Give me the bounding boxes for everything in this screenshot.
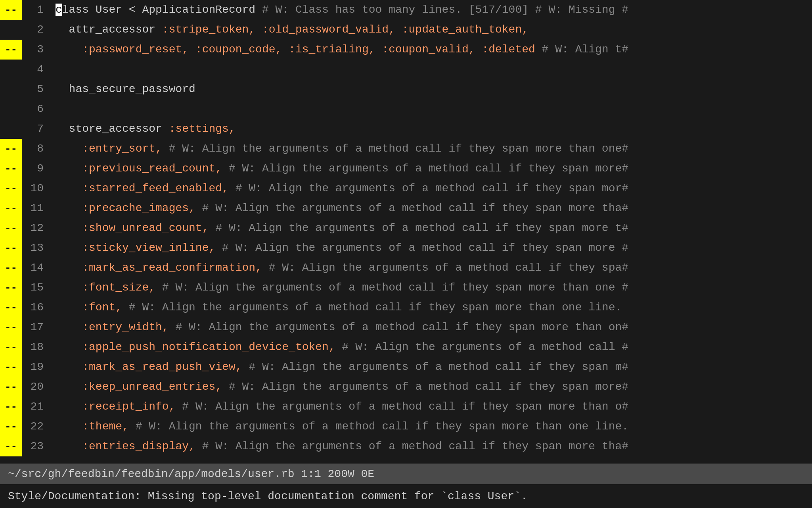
code-line: --9 :previous_read_count, # W: Align the…	[0, 159, 812, 179]
code-token-symbol: :entries_display,	[82, 440, 195, 452]
line-content[interactable]: attr_accessor :stripe_token, :old_passwo…	[52, 20, 812, 40]
code-line: 2 attr_accessor :stripe_token, :old_pass…	[0, 20, 812, 40]
line-content[interactable]: :precache_images, # W: Align the argumen…	[52, 198, 812, 218]
code-token-kw-name	[56, 162, 82, 175]
code-token-symbol: :mark_as_read_push_view,	[82, 361, 242, 373]
line-content[interactable]: :keep_unread_entries, # W: Align the arg…	[52, 377, 812, 397]
gutter-warning: --	[0, 139, 22, 159]
line-content[interactable]: :password_reset, :coupon_code, :is_trial…	[52, 40, 812, 60]
code-token-comment: # W: Align the arguments of a method cal…	[169, 321, 628, 333]
line-content[interactable]: :previous_read_count, # W: Align the arg…	[52, 159, 812, 179]
gutter-warning: --	[0, 258, 22, 278]
line-content[interactable]: :font, # W: Align the arguments of a met…	[52, 298, 812, 318]
gutter-dash: --	[5, 139, 17, 159]
code-line: --22 :theme, # W: Align the arguments of…	[0, 417, 812, 437]
code-token-attr-method: attr_accessor	[56, 23, 162, 36]
code-line: 6	[0, 99, 812, 119]
line-content[interactable]: :mark_as_read_push_view, # W: Align the …	[52, 357, 812, 377]
line-number: 1	[22, 0, 52, 20]
gutter-dash: --	[5, 258, 17, 278]
gutter-dash: --	[5, 357, 17, 377]
gutter-warning: --	[0, 198, 22, 218]
line-number: 20	[22, 377, 52, 397]
line-content[interactable]: :entry_width, # W: Align the arguments o…	[52, 318, 812, 337]
line-content[interactable]: store_accessor :settings,	[52, 119, 812, 139]
line-content[interactable]: :receipt_info, # W: Align the arguments …	[52, 397, 812, 417]
gutter-dash: --	[5, 337, 17, 357]
code-token-comment: # W: Align the arguments of a method cal…	[129, 420, 628, 433]
line-content[interactable]: :sticky_view_inline, # W: Align the argu…	[52, 238, 812, 258]
line-content[interactable]: :apple_push_notification_device_token, #…	[52, 337, 812, 357]
code-token-comment: # W: Align the arguments of a method cal…	[195, 202, 628, 214]
code-token-symbol: :font,	[82, 301, 122, 314]
code-token-comment: # W: Align the arguments of a method cal…	[242, 361, 628, 373]
line-number: 21	[22, 397, 52, 417]
code-token-symbol: :keep_unread_entries,	[82, 381, 222, 393]
line-content[interactable]: :entries_display, # W: Align the argumen…	[52, 437, 812, 456]
line-content[interactable]	[52, 99, 812, 119]
gutter-dash: --	[5, 417, 17, 437]
code-token-comment: # W: Align t#	[535, 43, 628, 56]
code-line: --17 :entry_width, # W: Align the argume…	[0, 318, 812, 337]
gutter-warning: --	[0, 159, 22, 179]
status-bar: ~/src/gh/feedbin/feedbin/app/models/user…	[0, 464, 812, 484]
code-token-kw-name	[56, 361, 82, 373]
code-token-symbol: :stripe_token, :old_password_valid, :upd…	[162, 23, 529, 36]
line-number: 16	[22, 298, 52, 318]
gutter-warning: --	[0, 357, 22, 377]
code-token-symbol: :mark_as_read_confirmation,	[82, 262, 262, 274]
code-area: --1class User < ApplicationRecord # W: C…	[0, 0, 812, 464]
code-line: --21 :receipt_info, # W: Align the argum…	[0, 397, 812, 417]
gutter-warning: --	[0, 437, 22, 456]
gutter-empty	[0, 60, 22, 79]
code-token-comment: # W: Align the arguments of a method cal…	[155, 281, 628, 294]
gutter-dash: --	[5, 238, 17, 258]
line-number: 23	[22, 437, 52, 456]
code-token-attr-method: store_accessor	[56, 123, 169, 135]
code-token-comment: # W: Align the arguments of a method cal…	[209, 222, 628, 234]
line-number: 9	[22, 159, 52, 179]
code-token-kw-name	[56, 440, 82, 452]
message-bar: Style/Documentation: Missing top-level d…	[0, 484, 812, 508]
code-token-symbol: :entry_width,	[82, 321, 169, 333]
line-content[interactable]: :theme, # W: Align the arguments of a me…	[52, 417, 812, 437]
line-number: 5	[22, 79, 52, 99]
code-token-comment: # W: Align the arguments of a method cal…	[335, 341, 628, 353]
line-content[interactable]: has_secure_password	[52, 79, 812, 99]
code-token-symbol: :precache_images,	[82, 202, 195, 214]
code-line: --3 :password_reset, :coupon_code, :is_t…	[0, 40, 812, 60]
code-token-symbol: :password_reset, :coupon_code, :is_trial…	[82, 43, 535, 56]
code-line: 7 store_accessor :settings,	[0, 119, 812, 139]
line-content[interactable]: :starred_feed_enabled, # W: Align the ar…	[52, 179, 812, 198]
status-text: ~/src/gh/feedbin/feedbin/app/models/user…	[8, 468, 374, 480]
gutter-empty	[0, 20, 22, 40]
line-content[interactable]: :font_size, # W: Align the arguments of …	[52, 278, 812, 298]
code-line: --16 :font, # W: Align the arguments of …	[0, 298, 812, 318]
line-number: 22	[22, 417, 52, 437]
code-token-kw-name	[56, 222, 82, 234]
gutter-dash: --	[5, 179, 17, 198]
line-content[interactable]: class User < ApplicationRecord # W: Clas…	[52, 0, 812, 20]
message-text: Style/Documentation: Missing top-level d…	[8, 490, 528, 502]
line-content[interactable]: :show_unread_count, # W: Align the argum…	[52, 218, 812, 238]
code-token-kw-name	[56, 400, 82, 413]
gutter-empty	[0, 99, 22, 119]
code-token-kw-name	[56, 341, 82, 353]
code-token-comment: # W: Align the arguments of a method cal…	[195, 440, 628, 452]
code-line: --20 :keep_unread_entries, # W: Align th…	[0, 377, 812, 397]
code-token-comment: # W: Align the arguments of a method cal…	[222, 162, 628, 175]
line-number: 6	[22, 99, 52, 119]
code-line: --19 :mark_as_read_push_view, # W: Align…	[0, 357, 812, 377]
line-content[interactable]: :entry_sort, # W: Align the arguments of…	[52, 139, 812, 159]
code-token-kw-name	[56, 281, 82, 294]
gutter-warning: --	[0, 397, 22, 417]
gutter-dash: --	[5, 198, 17, 218]
line-number: 13	[22, 238, 52, 258]
code-token-kw-name	[56, 142, 82, 155]
code-token-comment: # W: Align the arguments of a method cal…	[215, 242, 628, 254]
gutter-empty	[0, 119, 22, 139]
code-token-comment: # W: Class has too many lines. [517/100]…	[262, 4, 628, 16]
line-content[interactable]	[52, 60, 812, 79]
line-content[interactable]: :mark_as_read_confirmation, # W: Align t…	[52, 258, 812, 278]
code-token-symbol: :entry_sort,	[82, 142, 162, 155]
